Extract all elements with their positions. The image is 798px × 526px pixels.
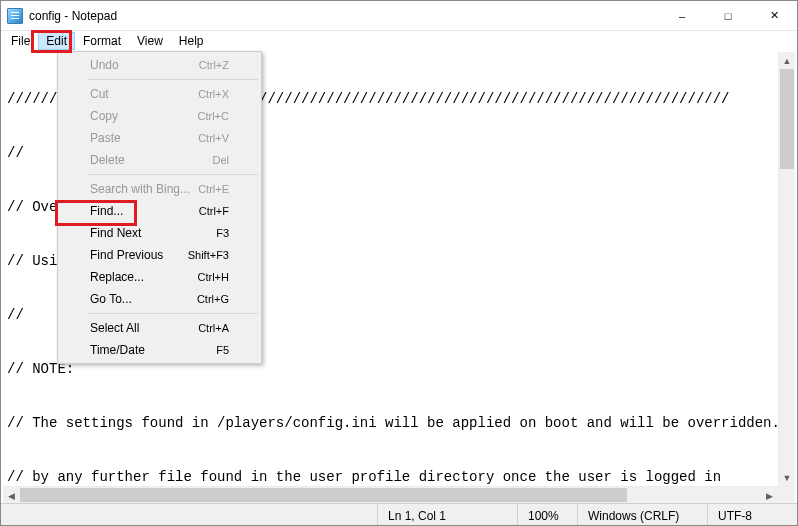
menu-search-bing[interactable]: Search with Bing... Ctrl+E [60,178,259,200]
menu-selectall-shortcut: Ctrl+A [198,322,229,334]
menu-undo-shortcut: Ctrl+Z [199,59,229,71]
text-line: // The settings found in /players/config… [7,414,791,432]
titlebar: config - Notepad – □ ✕ [1,1,797,31]
menu-find-next[interactable]: Find Next F3 [60,222,259,244]
status-spacer [1,504,377,525]
menu-replace-label: Replace... [90,270,144,284]
menu-replace[interactable]: Replace... Ctrl+H [60,266,259,288]
status-zoom: 100% [517,504,577,525]
vscroll-track[interactable] [779,69,795,469]
menu-goto-shortcut: Ctrl+G [197,293,229,305]
notepad-icon [7,8,23,24]
vscroll-thumb[interactable] [780,69,794,169]
window-controls: – □ ✕ [659,1,797,30]
window-title: config - Notepad [29,9,117,23]
status-position: Ln 1, Col 1 [377,504,517,525]
menu-copy[interactable]: Copy Ctrl+C [60,105,259,127]
menu-timedate-label: Time/Date [90,343,145,357]
text-line: // by any further file found in the user… [7,468,791,486]
menu-paste-label: Paste [90,131,121,145]
menu-paste-shortcut: Ctrl+V [198,132,229,144]
menu-replace-shortcut: Ctrl+H [198,271,229,283]
menu-bing-shortcut: Ctrl+E [198,183,229,195]
minimize-button[interactable]: – [659,1,705,30]
menu-copy-shortcut: Ctrl+C [198,110,229,122]
menu-timedate-shortcut: F5 [216,344,229,356]
menu-delete-label: Delete [90,153,125,167]
vertical-scrollbar[interactable]: ▲ ▼ [778,52,795,486]
status-encoding: UTF-8 [707,504,797,525]
menu-goto[interactable]: Go To... Ctrl+G [60,288,259,310]
menu-format[interactable]: Format [75,32,129,50]
menu-cut-shortcut: Ctrl+X [198,88,229,100]
horizontal-scrollbar[interactable]: ◀ ▶ [3,486,795,503]
scroll-left-icon[interactable]: ◀ [3,487,20,504]
menu-undo[interactable]: Undo Ctrl+Z [60,54,259,76]
menu-separator [88,174,258,175]
menu-delete-shortcut: Del [212,154,229,166]
maximize-button[interactable]: □ [705,1,751,30]
menu-findnext-shortcut: F3 [216,227,229,239]
menu-undo-label: Undo [90,58,119,72]
menu-find-label: Find... [90,204,123,218]
scroll-down-icon[interactable]: ▼ [779,469,795,486]
menu-select-all[interactable]: Select All Ctrl+A [60,317,259,339]
menu-copy-label: Copy [90,109,118,123]
menu-findprev-shortcut: Shift+F3 [188,249,229,261]
menu-findprev-label: Find Previous [90,248,163,262]
scroll-corner [778,487,795,504]
menu-bing-label: Search with Bing... [90,182,190,196]
menu-goto-label: Go To... [90,292,132,306]
menu-cut[interactable]: Cut Ctrl+X [60,83,259,105]
menu-delete[interactable]: Delete Del [60,149,259,171]
scroll-right-icon[interactable]: ▶ [761,487,778,504]
menu-cut-label: Cut [90,87,109,101]
menu-time-date[interactable]: Time/Date F5 [60,339,259,361]
menu-findnext-label: Find Next [90,226,141,240]
menu-paste[interactable]: Paste Ctrl+V [60,127,259,149]
status-eol: Windows (CRLF) [577,504,707,525]
statusbar: Ln 1, Col 1 100% Windows (CRLF) UTF-8 [1,503,797,525]
hscroll-track[interactable] [20,487,761,503]
menu-view[interactable]: View [129,32,171,50]
menu-help[interactable]: Help [171,32,212,50]
menu-separator [88,313,258,314]
menu-find-previous[interactable]: Find Previous Shift+F3 [60,244,259,266]
menu-find-shortcut: Ctrl+F [199,205,229,217]
close-button[interactable]: ✕ [751,1,797,30]
menu-find[interactable]: Find... Ctrl+F [60,200,259,222]
menubar: File Edit Format View Help [1,31,797,51]
menu-separator [88,79,258,80]
menu-edit[interactable]: Edit [38,32,75,50]
scroll-up-icon[interactable]: ▲ [779,52,795,69]
menu-selectall-label: Select All [90,321,139,335]
edit-dropdown: Undo Ctrl+Z Cut Ctrl+X Copy Ctrl+C Paste… [57,51,262,364]
menu-file[interactable]: File [3,32,38,50]
hscroll-thumb[interactable] [20,488,627,502]
